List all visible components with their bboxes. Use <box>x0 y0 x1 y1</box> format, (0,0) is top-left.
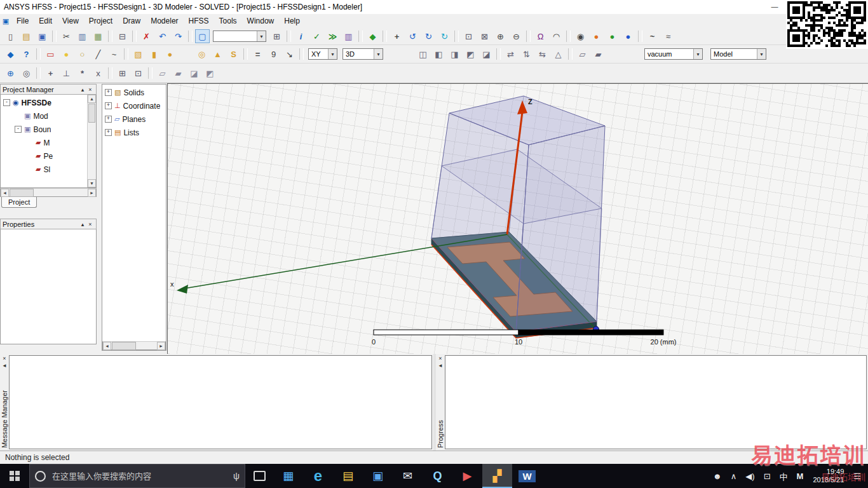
pin-icon[interactable]: ▴ <box>79 221 86 227</box>
close-icon[interactable]: × <box>438 355 442 362</box>
chevron-down-icon[interactable]: ▾ <box>328 49 337 59</box>
select-object-icon[interactable]: ▢ <box>195 29 210 43</box>
scroll-thumb[interactable] <box>112 342 136 350</box>
material-combo[interactable]: vacuum ▾ <box>644 48 703 60</box>
menu-hfss[interactable]: HFSS <box>184 15 214 27</box>
pan-icon[interactable]: + <box>390 29 404 43</box>
draw-torus-icon[interactable]: ◎ <box>194 47 209 61</box>
chevron-down-icon[interactable]: ▾ <box>693 49 702 59</box>
tree-expander[interactable]: + <box>105 102 112 109</box>
scroll-right-icon[interactable]: ► <box>88 189 96 197</box>
draw-cone-icon[interactable]: ▲ <box>210 47 225 61</box>
network-icon[interactable]: ⊡ <box>759 471 775 481</box>
orbit-view-icon[interactable]: ↻ <box>437 29 452 43</box>
toolbar-icon[interactable] <box>358 30 363 42</box>
desktop-icon[interactable]: ◆ <box>3 47 18 61</box>
chevron-down-icon[interactable]: ▾ <box>757 49 766 59</box>
people-icon[interactable]: ☻ <box>709 471 726 481</box>
tree-expander[interactable]: - <box>3 99 10 106</box>
minimize-button[interactable]: — <box>768 0 782 14</box>
toolbar-icon[interactable] <box>526 30 531 42</box>
draw-box-icon[interactable]: ▧ <box>131 47 146 61</box>
snap-icon[interactable]: ⊞ <box>269 29 284 43</box>
align-icon[interactable]: ▱ <box>575 47 590 61</box>
menu-help[interactable]: Help <box>279 15 305 27</box>
tree-expander[interactable]: + <box>105 129 112 136</box>
draw-helix-icon[interactable]: S <box>226 47 241 61</box>
tree-expander[interactable] <box>26 166 33 173</box>
modeler-item-solids[interactable]: + ▧ Solids <box>102 86 166 99</box>
fit-all-icon[interactable]: ⊠ <box>477 29 492 43</box>
menu-edit[interactable]: Edit <box>34 15 57 27</box>
tree-item-m[interactable]: ▰ M <box>1 136 87 149</box>
point-icon[interactable]: * <box>75 66 90 80</box>
taskbar-search[interactable]: ψ <box>29 464 245 488</box>
taskbar-clock[interactable]: 19:49 2018/5/21 <box>808 468 849 484</box>
paste-icon[interactable]: ▦ <box>91 29 105 43</box>
workplane-2-icon[interactable]: ▰ <box>171 66 186 80</box>
menu-draw[interactable]: Draw <box>118 15 146 27</box>
draw-tor[interactable] <box>179 47 193 61</box>
project-tree-hscrollbar[interactable]: ◄ ► <box>0 188 97 197</box>
subtract-icon[interactable]: ◧ <box>431 47 446 61</box>
toolbar-icon[interactable] <box>188 30 193 42</box>
taskbar-app-media[interactable]: ▶ <box>452 464 482 488</box>
results-icon[interactable]: ▥ <box>341 29 356 43</box>
draw-ellipse-icon[interactable]: ○ <box>75 47 90 61</box>
mdi-child-icon[interactable]: ▣ <box>0 17 11 25</box>
sweep-icon[interactable]: = <box>250 47 265 61</box>
chevron-up-icon[interactable]: ∧ <box>726 471 742 481</box>
toolbar-icon[interactable] <box>454 30 459 42</box>
taskbar-app-grid[interactable]: ▦ <box>273 464 303 488</box>
menu-file[interactable]: File <box>11 15 34 27</box>
scroll-thumb[interactable] <box>10 189 34 197</box>
toolbar-icon[interactable] <box>52 30 57 42</box>
render-wire-icon[interactable]: ● <box>589 29 604 43</box>
plane-cs-icon[interactable]: x <box>91 66 105 80</box>
menu-view[interactable]: View <box>57 15 84 27</box>
vacuum-box[interactable] <box>431 96 605 332</box>
scroll-left-icon[interactable]: ◄ <box>103 342 111 350</box>
taskbar-app-word[interactable]: W <box>512 464 542 488</box>
spin-view-icon[interactable]: ↺ <box>405 29 420 43</box>
taskbar-app-qq[interactable]: Q <box>423 464 452 488</box>
tree-item-pe[interactable]: ▰ Pe <box>1 149 87 163</box>
arc-icon[interactable]: ◠ <box>549 29 564 43</box>
render-hidden-icon[interactable]: ● <box>621 29 635 43</box>
array-icon[interactable]: △ <box>551 47 566 61</box>
tree-expander[interactable] <box>26 139 33 146</box>
taskbar-app-display[interactable]: ▣ <box>363 464 393 488</box>
intersect-icon[interactable]: ◨ <box>447 47 462 61</box>
draw-spline-icon[interactable]: ~ <box>107 47 121 61</box>
move-icon[interactable]: ⇄ <box>503 47 518 61</box>
menu-modeler[interactable]: Modeler <box>146 15 183 27</box>
viewport-3d[interactable]: Z x 0 10 20 (mm) <box>167 83 868 355</box>
volume-icon[interactable]: ◀) <box>741 471 759 481</box>
delete-icon[interactable]: ✗ <box>139 29 154 43</box>
tree-expander[interactable]: + <box>105 116 112 123</box>
save-icon[interactable]: ▣ <box>35 29 50 43</box>
microphone-icon[interactable]: ψ <box>233 471 240 481</box>
toolbar-icon[interactable] <box>287 30 291 42</box>
close-icon[interactable]: × <box>3 355 6 362</box>
toolbar-icon[interactable] <box>638 30 642 42</box>
search-input[interactable] <box>51 471 228 482</box>
new-icon[interactable]: ▯ <box>3 29 18 43</box>
tree-item-sl[interactable]: ▰ Sl <box>1 163 87 176</box>
redo-icon[interactable]: ↷ <box>171 29 186 43</box>
copy-icon[interactable]: ▥ <box>75 29 90 43</box>
rotate-view-icon[interactable]: ↻ <box>421 29 436 43</box>
move-cs-icon[interactable]: + <box>43 66 58 80</box>
taskbar-app-edge[interactable]: e <box>303 464 333 488</box>
modeler-item-coordinate-systems[interactable]: + ⊥ Coordinate <box>102 99 166 112</box>
axis-icon[interactable]: ⊥ <box>59 66 74 80</box>
toolbar-icon[interactable] <box>568 48 573 60</box>
draw-sphere-icon[interactable]: ● <box>163 47 177 61</box>
analyze-all-icon[interactable]: ≫ <box>325 29 340 43</box>
zoom-out-icon[interactable]: ⊖ <box>509 29 524 43</box>
history-combo[interactable]: ▾ <box>213 30 266 42</box>
zoom-in-icon[interactable]: ⊕ <box>493 29 508 43</box>
solution-info-icon[interactable]: i <box>294 29 308 43</box>
cut-icon[interactable]: ✂ <box>59 29 74 43</box>
menu-project[interactable]: Project <box>84 15 118 27</box>
